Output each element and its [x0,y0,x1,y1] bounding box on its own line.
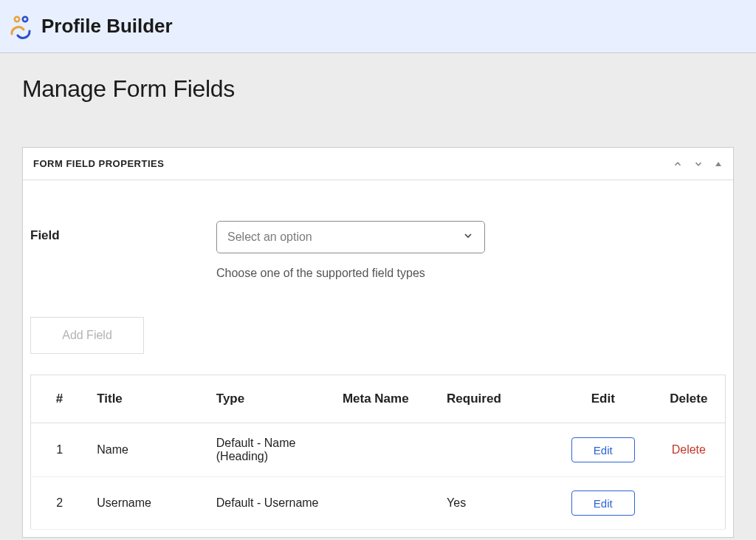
field-control-wrap: Select an option Choose one of the suppo… [216,221,485,280]
app-title: Profile Builder [41,15,173,38]
panel-move-down-icon[interactable] [693,159,704,169]
page-content: Manage Form Fields FORM FIELD PROPERTIES… [0,53,756,540]
chevron-down-icon [462,230,474,245]
app-logo-icon [7,13,34,40]
cell-type: Default - Name (Heading) [207,423,334,477]
col-header-delete: Delete [653,375,726,423]
cell-edit: Edit [554,477,653,530]
cell-delete: Delete [653,423,726,477]
field-helper-text: Choose one of the supported field types [216,267,485,280]
panel-collapse-icon[interactable] [714,160,723,168]
add-field-button[interactable]: Add Field [30,317,144,354]
table-header-row: # Title Type Meta Name Required Edit Del… [31,375,726,423]
cell-num: 1 [31,423,89,477]
col-header-type: Type [207,375,334,423]
col-header-edit: Edit [554,375,653,423]
cell-meta [334,423,438,477]
cell-title: Username [88,477,207,530]
edit-button[interactable]: Edit [571,491,635,516]
cell-required: Yes [438,477,554,530]
app-logo-wrap: Profile Builder [7,13,173,40]
table-row: 2 Username Default - Username Yes Edit [31,477,726,530]
col-header-num: # [31,375,89,423]
svg-point-1 [23,16,27,21]
cell-edit: Edit [554,423,653,477]
panel-body: Field Select an option Choose one of the… [23,180,733,537]
delete-link[interactable]: Delete [672,443,706,456]
col-header-required: Required [438,375,554,423]
cell-required [438,423,554,477]
app-header: Profile Builder [0,0,756,53]
cell-meta [334,477,438,530]
cell-delete [653,477,726,530]
cell-num: 2 [31,477,89,530]
form-field-properties-panel: FORM FIELD PROPERTIES Field Select an op… [22,147,734,538]
panel-move-up-icon[interactable] [673,159,683,169]
cell-title: Name [88,423,207,477]
panel-header-title: FORM FIELD PROPERTIES [33,158,164,169]
col-header-meta: Meta Name [334,375,438,423]
fields-table: # Title Type Meta Name Required Edit Del… [30,375,726,530]
cell-type: Default - Username [207,477,334,530]
edit-button[interactable]: Edit [571,437,635,462]
panel-header-actions [673,159,723,169]
col-header-title: Title [88,375,207,423]
page-title: Manage Form Fields [22,75,734,103]
table-row: 1 Name Default - Name (Heading) Edit Del… [31,423,726,477]
field-row: Field Select an option Choose one of the… [30,221,726,280]
field-type-select[interactable]: Select an option [216,221,485,253]
field-label: Field [30,221,216,243]
select-placeholder: Select an option [227,230,312,244]
svg-point-0 [15,16,19,21]
panel-header: FORM FIELD PROPERTIES [23,148,733,180]
svg-marker-2 [715,162,721,166]
